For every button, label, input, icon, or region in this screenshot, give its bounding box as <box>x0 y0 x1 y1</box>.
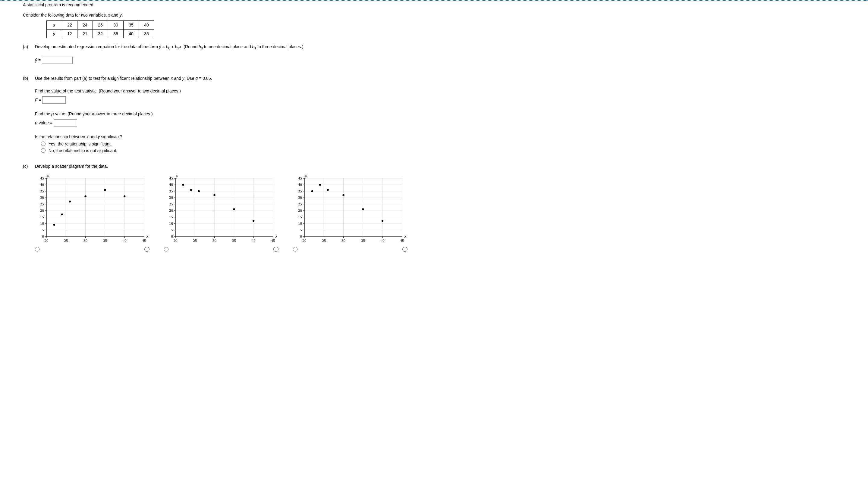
radio-chart-3[interactable] <box>293 247 297 252</box>
svg-text:25: 25 <box>193 238 197 243</box>
text: . Use <box>184 76 195 81</box>
svg-text:25: 25 <box>322 238 326 243</box>
part-a: (a) Develop an estimated regression equa… <box>23 44 845 50</box>
svg-text:35: 35 <box>298 189 302 193</box>
cell: 35 <box>124 21 139 29</box>
text: to three decimal places.) <box>256 44 303 49</box>
find-stat-text: Find the value of the test statistic. (R… <box>35 88 845 93</box>
b: b <box>199 44 201 49</box>
svg-text:15: 15 <box>169 214 173 219</box>
svg-point-113 <box>213 194 215 196</box>
find-stat-block: Find the value of the test statistic. (R… <box>35 88 845 104</box>
f-input[interactable] <box>42 97 66 104</box>
info-icon[interactable]: i <box>273 246 278 252</box>
yhat-input[interactable] <box>42 57 73 64</box>
intro-line-1: A statistical program is recommended. <box>23 2 845 7</box>
svg-text:y: y <box>304 174 307 178</box>
svg-text:35: 35 <box>103 238 107 243</box>
text: Use the results from part (a) to test fo… <box>35 76 171 81</box>
part-b: (b) Use the results from part (a) to tes… <box>23 76 845 81</box>
intro-text: Consider the following data for two vari… <box>23 13 108 18</box>
pvalue-label: -value = <box>37 121 53 125</box>
part-b-body: Use the results from part (a) to test fo… <box>35 76 845 81</box>
intro-text: and <box>110 13 119 18</box>
text: + <box>170 44 175 49</box>
svg-text:0: 0 <box>300 234 302 238</box>
chart-option-3: 202530354045051015202530354045yx i <box>293 174 408 252</box>
row-label-x: x <box>47 21 62 29</box>
svg-text:15: 15 <box>298 214 302 219</box>
yhat-input-row: ŷ = <box>35 57 845 64</box>
radio-no[interactable]: No, the relationship is not significant. <box>41 148 845 153</box>
svg-text:25: 25 <box>40 202 44 206</box>
part-a-label: (a) <box>23 44 35 49</box>
pvalue-input-row: p-value = <box>35 119 845 127</box>
radio-icon <box>41 142 45 146</box>
radio-label: Yes, the relationship is significant. <box>48 142 112 146</box>
svg-text:40: 40 <box>40 182 44 187</box>
svg-point-115 <box>252 220 254 222</box>
chart-choice-row: i <box>164 246 278 252</box>
cell: 21 <box>78 29 93 38</box>
svg-text:45: 45 <box>40 176 44 180</box>
svg-point-112 <box>198 190 200 192</box>
radio-chart-2[interactable] <box>164 247 168 252</box>
svg-text:30: 30 <box>83 238 87 243</box>
svg-text:x: x <box>404 234 407 238</box>
radio-yes[interactable]: Yes, the relationship is significant. <box>41 142 845 146</box>
pvalue-input[interactable] <box>54 119 77 127</box>
part-b-label: (b) <box>23 76 35 81</box>
radio-chart-1[interactable] <box>35 247 40 252</box>
svg-text:20: 20 <box>40 208 44 213</box>
svg-point-173 <box>381 220 384 222</box>
text: Is the relationship between <box>35 134 86 139</box>
svg-text:45: 45 <box>142 238 146 243</box>
table-row: x 22 24 26 30 35 40 <box>47 21 154 29</box>
scatter-chart: 202530354045051015202530354045yx <box>293 174 408 245</box>
x: x <box>171 76 173 81</box>
svg-text:5: 5 <box>171 228 173 232</box>
svg-text:40: 40 <box>298 182 302 187</box>
svg-text:5: 5 <box>300 228 302 232</box>
info-icon[interactable]: i <box>144 246 149 252</box>
svg-text:25: 25 <box>64 238 68 243</box>
cell: 32 <box>93 29 108 38</box>
intro-line-2: Consider the following data for two vari… <box>23 13 845 18</box>
cell: 30 <box>108 21 124 29</box>
svg-text:35: 35 <box>232 238 236 243</box>
svg-point-172 <box>362 208 364 210</box>
chart-choice-row: i <box>293 246 408 252</box>
text: Develop an estimated regression equation… <box>35 44 159 49</box>
svg-text:25: 25 <box>298 202 302 206</box>
cell: 22 <box>62 21 78 29</box>
part-c: (c) Develop a scatter diagram for the da… <box>23 164 845 169</box>
svg-text:0: 0 <box>171 234 173 238</box>
table-row: y 12 21 32 36 40 35 <box>47 29 154 38</box>
svg-text:y: y <box>46 174 49 178</box>
svg-text:20: 20 <box>173 238 178 243</box>
radio-label: No, the relationship is not significant. <box>48 148 117 153</box>
svg-text:45: 45 <box>271 238 275 243</box>
chart-option-2: 202530354045051015202530354045yx i <box>164 174 278 252</box>
svg-text:5: 5 <box>42 228 44 232</box>
text: Find the <box>35 111 51 116</box>
svg-point-168 <box>311 190 313 192</box>
svg-text:20: 20 <box>303 238 307 243</box>
text: = <box>161 44 166 49</box>
svg-text:35: 35 <box>169 189 173 193</box>
text: . (Round <box>181 44 199 49</box>
var-y: y <box>120 13 122 18</box>
svg-point-54 <box>69 200 71 202</box>
svg-text:30: 30 <box>40 195 44 200</box>
svg-text:35: 35 <box>40 189 44 193</box>
svg-text:15: 15 <box>40 214 44 219</box>
info-icon[interactable]: i <box>402 246 408 252</box>
svg-text:20: 20 <box>169 208 173 213</box>
svg-point-171 <box>343 194 344 196</box>
radio-icon <box>41 148 45 153</box>
svg-text:y: y <box>175 174 178 178</box>
svg-text:20: 20 <box>298 208 302 213</box>
text: = 0.05. <box>198 76 212 81</box>
svg-text:30: 30 <box>169 195 173 200</box>
cell: 26 <box>93 21 108 29</box>
